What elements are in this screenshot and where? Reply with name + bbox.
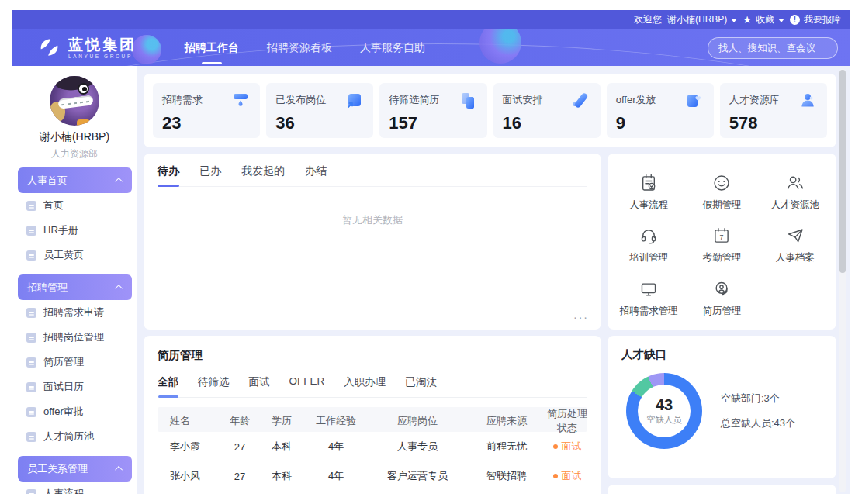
demand-apply-icon: [26, 308, 36, 318]
calendar-icon: [26, 382, 36, 392]
smiley-icon: [711, 173, 732, 193]
todo-panel: 待办 已办 我发起的 办结 暂无相关数据 ···: [144, 154, 601, 330]
exclamation-icon: !: [790, 15, 800, 25]
quick-links-panel: 人事流程 假期管理 人才资源池 培训管理: [608, 154, 836, 330]
pending-resumes-icon: [458, 91, 478, 111]
sidebar-item-home[interactable]: 首页: [12, 193, 137, 218]
resume-tab-offer[interactable]: OFFER: [289, 375, 325, 389]
process-icon: [26, 489, 36, 495]
nav-tabs: 招聘工作台 招聘资源看板 人事服务自助: [185, 36, 425, 60]
global-search[interactable]: [708, 37, 838, 59]
gap-center-value: 43: [656, 396, 673, 413]
quicklink-holiday-manage[interactable]: 假期管理: [685, 166, 758, 219]
favorites-label: 收藏: [756, 13, 774, 26]
stat-interview-schedule[interactable]: 面试安排 16: [493, 83, 601, 138]
brand-swirl-icon: [38, 37, 61, 58]
table-row[interactable]: 张小风 27 本科 4年 客户运营专员 智联招聘 面试: [158, 461, 587, 491]
next-panel-stub: [608, 485, 836, 494]
welcome-text: 欢迎您: [634, 13, 662, 26]
offer-issued-icon: [684, 91, 704, 111]
scrollbar-thumb[interactable]: [839, 70, 846, 273]
headset-icon: [639, 226, 659, 246]
table-row[interactable]: 李小霞 27 本科 4年 人事专员 前程无忧 面试: [158, 432, 587, 461]
todo-tab-closed[interactable]: 办结: [305, 164, 327, 178]
gap-stat-total: 总空缺人员:43个: [721, 416, 795, 430]
status-badge: 面试: [553, 440, 582, 454]
sidebar-section-recruit-manage[interactable]: 招聘管理: [18, 274, 132, 300]
user-name: 谢小楠(HRBP): [667, 13, 727, 26]
profile-department: 人力资源部: [12, 147, 137, 161]
brand-logo[interactable]: 蓝悦集团 LANYUE GROUP: [38, 37, 137, 59]
empty-state-text: 暂无相关数据: [158, 213, 587, 227]
sidebar-item-employee-directory[interactable]: 员工黄页: [12, 243, 137, 268]
search-input[interactable]: [718, 43, 843, 54]
brand-subtitle: LANYUE GROUP: [68, 54, 137, 59]
todo-tab-done[interactable]: 已办: [199, 164, 221, 178]
stat-offer-issued[interactable]: offer发放 9: [607, 83, 714, 138]
recruit-demand-icon: [230, 91, 251, 111]
todo-tab-pending[interactable]: 待办: [158, 164, 179, 178]
content-area: 谢小楠(HRBP) 人力资源部 人事首页 首页 HR手册 员工黄页 招聘管理: [12, 66, 850, 494]
todo-tab-initiated[interactable]: 我发起的: [241, 164, 285, 178]
quicklink-training-manage[interactable]: 培训管理: [612, 219, 685, 271]
sidebar-item-resume-manage[interactable]: 简历管理: [12, 350, 137, 375]
sidebar-item-hr-process[interactable]: 人事流程: [12, 482, 137, 494]
sidebar-item-talent-resume-pool[interactable]: 人才简历池: [12, 424, 137, 449]
sidebar-item-interview-calendar[interactable]: 面试日历: [12, 375, 137, 399]
clipboard-icon: [639, 173, 659, 193]
quicklink-hr-process[interactable]: 人事流程: [612, 166, 685, 219]
support-agent-icon: [711, 279, 732, 299]
quicklink-hr-archive[interactable]: 人事档案: [759, 219, 832, 271]
monitor-icon: [639, 279, 659, 299]
job-manage-icon: [26, 333, 36, 343]
quicklink-recruit-demand-manage[interactable]: 招聘需求管理: [612, 272, 685, 325]
quicklink-attendance-manage[interactable]: 7 考勤管理: [685, 219, 758, 271]
nav-tab-recruit-dashboard[interactable]: 招聘资源看板: [267, 36, 332, 60]
sidebar-item-recruit-job-manage[interactable]: 招聘岗位管理: [12, 325, 137, 350]
stat-recruit-demand[interactable]: 招聘需求 23: [153, 83, 260, 138]
sidebar-item-recruit-demand-apply[interactable]: 招聘需求申请: [12, 300, 137, 325]
resume-tab-interview[interactable]: 面试: [249, 375, 270, 389]
talent-gap-chart: 43 空缺人员: [626, 373, 702, 449]
favorites-menu[interactable]: ★ 收藏: [743, 13, 784, 26]
sidebar-item-hr-handbook[interactable]: HR手册: [12, 218, 137, 243]
talent-repository-icon: [798, 91, 818, 111]
brand-name: 蓝悦集团: [68, 37, 137, 53]
report-issue-button[interactable]: ! 我要报障: [790, 13, 841, 26]
quicklink-talent-pool[interactable]: 人才资源池: [759, 166, 832, 219]
profile-name: 谢小楠(HRBP): [12, 130, 137, 144]
resume-tab-all[interactable]: 全部: [158, 375, 178, 389]
status-dot-icon: [553, 444, 558, 449]
nav-tab-recruit-workbench[interactable]: 招聘工作台: [185, 36, 239, 60]
approval-icon: [26, 407, 36, 417]
paper-plane-icon: [785, 226, 805, 246]
sidebar-item-offer-approval[interactable]: offer审批: [12, 399, 137, 424]
stat-published-jobs[interactable]: 已发布岗位 36: [266, 83, 373, 138]
resume-title: 简历管理: [158, 348, 587, 363]
nav-tab-hr-selfservice[interactable]: 人事服务自助: [360, 36, 425, 60]
gap-stat-departments: 空缺部门:3个: [721, 392, 795, 406]
avatar: [50, 76, 99, 126]
resume-table: 姓名 年龄 学历 工作经验 应聘岗位 应聘来源 简历处理状态 李小霞 27 本科…: [158, 407, 587, 491]
resume-tab-onboarding[interactable]: 入职办理: [344, 375, 386, 389]
home-icon: [26, 201, 36, 211]
gap-center-label: 空缺人员: [646, 414, 682, 426]
sidebar-section-hr-home[interactable]: 人事首页: [18, 167, 132, 193]
resume-tab-pending[interactable]: 待筛选: [198, 375, 230, 389]
stat-talent-repository[interactable]: 人才资源库 578: [720, 83, 827, 138]
main-navbar: 蓝悦集团 LANYUE GROUP 招聘工作台 招聘资源看板 人事服务自助: [12, 29, 850, 66]
more-ellipsis-button[interactable]: ···: [573, 311, 589, 323]
talent-gap-panel: 人才缺口 43 空缺人员 空缺部门:3个 总空缺人员:43个: [608, 336, 836, 478]
directory-icon: [26, 250, 36, 261]
handbook-icon: [26, 226, 36, 236]
quicklink-resume-manage[interactable]: 简历管理: [685, 272, 758, 325]
todo-tabs: 待办 已办 我发起的 办结: [158, 164, 587, 187]
status-badge: 面试: [553, 469, 582, 483]
stat-pending-resumes[interactable]: 待筛选简历 157: [379, 83, 486, 138]
resume-tab-eliminated[interactable]: 已淘汰: [405, 375, 437, 389]
chevron-up-icon: [115, 466, 123, 474]
welcome-strip: 欢迎您 谢小楠(HRBP) ★ 收藏 ! 我要报障: [12, 10, 850, 29]
sidebar-section-employee-relations[interactable]: 员工关系管理: [18, 456, 132, 482]
user-menu[interactable]: 谢小楠(HRBP): [667, 13, 737, 26]
report-issue-label: 我要报障: [804, 13, 841, 26]
